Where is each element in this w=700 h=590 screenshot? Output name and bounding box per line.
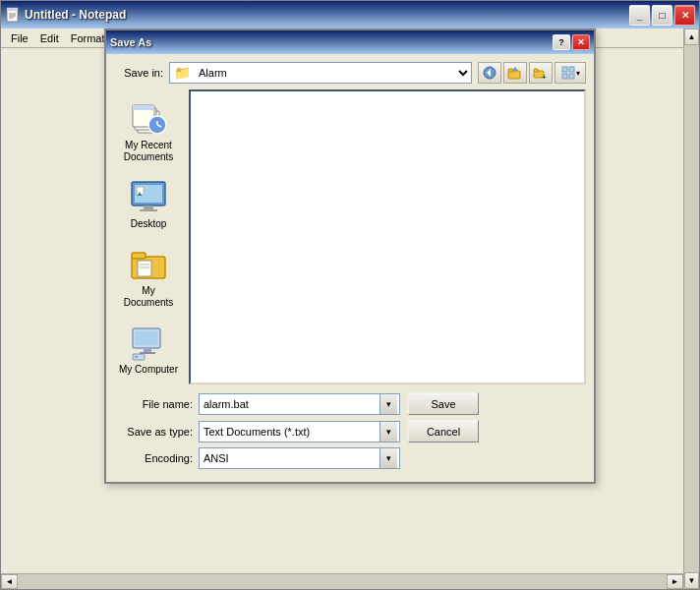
nav-my-computer[interactable]: My Computer xyxy=(115,318,182,381)
svg-rect-40 xyxy=(135,356,138,358)
back-button[interactable] xyxy=(478,62,501,84)
desktop-icon xyxy=(129,177,168,216)
savetype-label: Save as type: xyxy=(114,426,193,438)
nav-desktop[interactable]: Desktop xyxy=(115,172,182,235)
action-buttons: Save xyxy=(408,392,479,415)
horizontal-scrollbar: ◄ ► xyxy=(1,573,683,589)
dialog-help-button[interactable]: ? xyxy=(553,34,570,50)
encoding-row: Encoding: ANSI Unicode Unicode big endia… xyxy=(114,447,586,469)
nav-recent-label: My RecentDocuments xyxy=(124,140,174,163)
svg-rect-13 xyxy=(562,67,567,72)
close-button[interactable]: ✕ xyxy=(674,5,695,26)
svg-rect-39 xyxy=(133,354,145,360)
svg-rect-20 xyxy=(133,105,154,110)
save-button[interactable]: Save xyxy=(408,392,479,415)
menu-edit[interactable]: Edit xyxy=(34,31,65,45)
scroll-up-button[interactable]: ▲ xyxy=(684,29,699,45)
svg-rect-11 xyxy=(534,69,538,72)
app-icon xyxy=(5,7,21,23)
toolbar-buttons: + ▾ xyxy=(478,62,586,84)
up-folder-button[interactable] xyxy=(503,62,527,84)
recent-docs-icon xyxy=(129,98,168,138)
svg-rect-15 xyxy=(562,74,567,79)
nav-documents-label: My Documents xyxy=(118,285,179,309)
scroll-track-horizontal[interactable] xyxy=(18,574,667,589)
svg-rect-36 xyxy=(136,331,157,345)
filename-combo[interactable]: ▾ xyxy=(199,393,400,415)
dialog-body: Save in: 📁 Alarm xyxy=(106,54,594,482)
my-documents-icon xyxy=(129,244,168,283)
nav-computer-label: My Computer xyxy=(119,364,178,376)
folder-icon: 📁 xyxy=(174,65,191,81)
menu-file[interactable]: File xyxy=(5,31,34,45)
file-list[interactable] xyxy=(189,89,586,384)
maximize-button[interactable]: □ xyxy=(652,5,672,26)
save-in-label: Save in: xyxy=(114,67,163,79)
encoding-combo[interactable]: ANSI Unicode Unicode big endian UTF-8 ▾ xyxy=(199,447,400,469)
svg-rect-32 xyxy=(138,261,151,276)
encoding-select[interactable]: ANSI Unicode Unicode big endian UTF-8 xyxy=(202,452,379,464)
svg-rect-26 xyxy=(144,206,153,209)
svg-text:+: + xyxy=(542,73,547,81)
scroll-down-button[interactable]: ▼ xyxy=(684,572,699,589)
scroll-track-vertical[interactable] xyxy=(684,45,699,572)
cancel-button[interactable]: Cancel xyxy=(408,420,479,442)
nav-desktop-label: Desktop xyxy=(131,218,167,230)
new-folder-icon: + xyxy=(533,65,549,81)
save-in-select[interactable]: Alarm xyxy=(195,66,471,80)
my-computer-icon xyxy=(129,323,168,362)
views-button[interactable]: ▾ xyxy=(554,62,586,84)
svg-rect-8 xyxy=(508,69,513,72)
savetype-combo[interactable]: Text Documents (*.txt) All Files (*.*) ▾ xyxy=(199,421,400,442)
content-area: My RecentDocuments xyxy=(114,89,586,384)
vertical-scrollbar: ▲ ▼ xyxy=(683,29,699,589)
savetype-row: Save as type: Text Documents (*.txt) All… xyxy=(114,420,586,442)
window-title: Untitled - Notepad xyxy=(25,8,629,22)
cancel-area: Cancel xyxy=(408,420,479,442)
nav-my-documents[interactable]: My Documents xyxy=(115,239,182,314)
save-as-dialog: Save As ? ✕ Save in: 📁 Alarm xyxy=(104,29,596,484)
filename-row: File name: ▾ Save xyxy=(114,392,586,415)
dialog-controls: ? ✕ xyxy=(553,34,590,50)
views-icon xyxy=(561,66,575,80)
svg-rect-14 xyxy=(569,67,574,72)
encoding-dropdown-arrow[interactable]: ▾ xyxy=(379,448,397,468)
up-folder-icon xyxy=(507,65,523,81)
filename-label: File name: xyxy=(114,398,193,410)
filename-dropdown-arrow[interactable]: ▾ xyxy=(379,394,397,414)
dialog-title-bar: Save As ? ✕ xyxy=(106,30,594,54)
main-window: Untitled - Notepad _ □ ✕ File Edit Forma… xyxy=(0,0,700,590)
title-bar: Untitled - Notepad _ □ ✕ xyxy=(1,1,699,29)
left-nav: My RecentDocuments xyxy=(114,89,183,384)
minimize-button[interactable]: _ xyxy=(629,5,650,26)
views-arrow: ▾ xyxy=(576,69,580,78)
bottom-form: File name: ▾ Save Save as type: Text Doc… xyxy=(114,392,586,469)
new-folder-button[interactable]: + xyxy=(529,62,553,84)
svg-rect-27 xyxy=(140,209,157,211)
svg-rect-37 xyxy=(144,348,151,352)
encoding-label: Encoding: xyxy=(114,452,193,464)
nav-recent-documents[interactable]: My RecentDocuments xyxy=(115,93,182,168)
back-icon xyxy=(483,66,496,80)
savetype-dropdown-arrow[interactable]: ▾ xyxy=(379,422,397,442)
window-controls: _ □ ✕ xyxy=(629,5,695,26)
dialog-title: Save As xyxy=(110,36,553,48)
scroll-right-button[interactable]: ► xyxy=(667,574,683,589)
save-in-combo[interactable]: 📁 Alarm xyxy=(169,62,472,84)
svg-rect-31 xyxy=(132,253,146,259)
filename-input[interactable] xyxy=(202,398,379,410)
svg-rect-1 xyxy=(7,8,18,11)
svg-rect-16 xyxy=(569,74,574,79)
scroll-left-button[interactable]: ◄ xyxy=(1,574,18,589)
savetype-select[interactable]: Text Documents (*.txt) All Files (*.*) xyxy=(202,426,379,438)
save-in-row: Save in: 📁 Alarm xyxy=(114,62,586,84)
dialog-close-button[interactable]: ✕ xyxy=(572,34,590,50)
